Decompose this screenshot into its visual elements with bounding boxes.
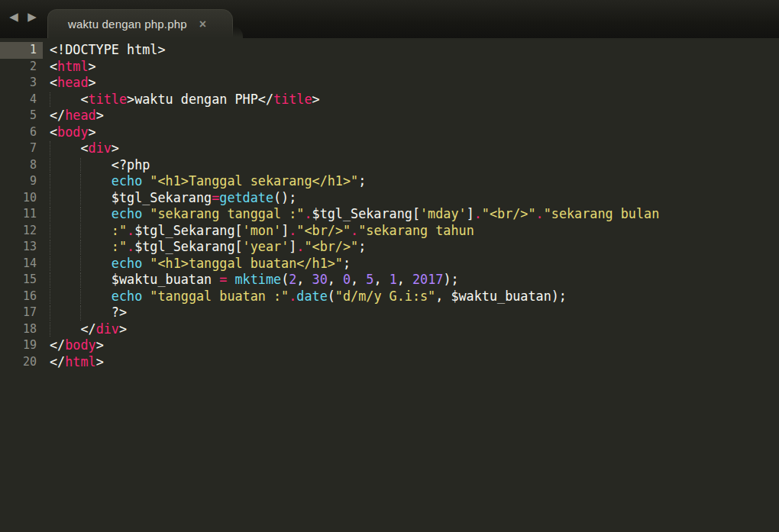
code-line[interactable]: 10 $tgl_Sekarang=getdate(); bbox=[0, 190, 779, 207]
indent-guide-line bbox=[80, 289, 81, 305]
code-line-text: </html> bbox=[43, 354, 104, 371]
code-line[interactable]: 15 $waktu_buatan = mktime(2, 30, 0, 5, 1… bbox=[0, 272, 779, 289]
indent-guide-line bbox=[50, 272, 50, 288]
line-number: 9 bbox=[0, 173, 43, 190]
code-line[interactable]: 14 echo "<h1>tanggal buatan</h1>"; bbox=[0, 256, 779, 272]
code-line[interactable]: 13 :".$tgl_Sekarang['year']."<br/>"; bbox=[0, 239, 779, 256]
line-number: 17 bbox=[0, 305, 43, 321]
code-line[interactable]: 20</html> bbox=[0, 354, 779, 371]
code-line[interactable]: 12 :".$tgl_Sekarang['mon']."<br/>"."seka… bbox=[0, 223, 779, 240]
line-number: 12 bbox=[0, 223, 43, 240]
indent-guide-line bbox=[50, 322, 50, 337]
line-number: 8 bbox=[0, 157, 43, 174]
code-line[interactable]: 11 echo "sekarang tanggal :".$tgl_Sekara… bbox=[0, 206, 779, 223]
tab-nav-arrows: ◀ ▶ bbox=[6, 11, 40, 22]
code-line-text: </head> bbox=[43, 108, 104, 124]
line-number: 13 bbox=[0, 239, 43, 256]
tab-waktu-dengan-php[interactable]: waktu dengan php.php × bbox=[47, 9, 233, 38]
code-line[interactable]: 7 <div> bbox=[0, 140, 779, 157]
code-line-text: ?> bbox=[43, 305, 127, 321]
line-number: 14 bbox=[0, 256, 43, 272]
line-number: 16 bbox=[0, 289, 43, 305]
line-number: 2 bbox=[0, 59, 43, 76]
indent-guide-line bbox=[80, 191, 81, 206]
line-number: 3 bbox=[0, 75, 43, 92]
code-line-text: <?php bbox=[43, 157, 150, 174]
indent-guide-line bbox=[50, 224, 50, 239]
line-number: 19 bbox=[0, 337, 43, 354]
code-line-text: </div> bbox=[43, 321, 127, 338]
indent-guide-line bbox=[50, 289, 50, 305]
indent-guide-line bbox=[80, 240, 81, 255]
code-lines: 1<!DOCTYPE html>2<html>3<head>4 <title>w… bbox=[0, 42, 779, 370]
code-line-text: </body> bbox=[43, 337, 104, 354]
code-line[interactable]: 4 <title>waktu dengan PHP</title> bbox=[0, 92, 779, 108]
code-line[interactable]: 1<!DOCTYPE html> bbox=[0, 42, 779, 59]
nav-forward-icon[interactable]: ▶ bbox=[24, 11, 40, 22]
indent-guide-line bbox=[80, 305, 81, 321]
indent-guide-line bbox=[50, 141, 50, 156]
indent-guide-line bbox=[80, 207, 81, 222]
code-line-text: :".$tgl_Sekarang['mon']."<br/>"."sekaran… bbox=[43, 223, 474, 240]
tab-label: waktu dengan php.php bbox=[68, 18, 187, 31]
line-number: 18 bbox=[0, 321, 43, 338]
code-line-text: <!DOCTYPE html> bbox=[43, 42, 166, 59]
code-line-text: $tgl_Sekarang=getdate(); bbox=[43, 190, 296, 207]
code-line-text: :".$tgl_Sekarang['year']."<br/>"; bbox=[43, 239, 366, 256]
nav-back-icon[interactable]: ◀ bbox=[6, 11, 21, 22]
code-line[interactable]: 9 echo "<h1>Tanggal sekarang</h1>"; bbox=[0, 173, 779, 190]
code-line-text: <head> bbox=[43, 75, 96, 92]
line-number: 20 bbox=[0, 354, 43, 371]
line-number: 15 bbox=[0, 272, 43, 289]
code-line-text: <html> bbox=[43, 59, 96, 76]
indent-guide-line bbox=[80, 224, 81, 239]
indent-guide-line bbox=[50, 174, 50, 189]
code-line[interactable]: 16 echo "tanggal buatan :".date("d/m/y G… bbox=[0, 289, 779, 305]
line-number: 4 bbox=[0, 92, 43, 108]
indent-guide-line bbox=[80, 272, 81, 288]
editor-window: ◀ ▶ waktu dengan php.php × 1<!DOCTYPE ht… bbox=[0, 0, 779, 532]
line-number: 11 bbox=[0, 206, 43, 223]
indent-guide-line bbox=[50, 158, 50, 173]
line-number: 5 bbox=[0, 108, 43, 124]
indent-guide-line bbox=[50, 92, 50, 108]
line-number: 7 bbox=[0, 140, 43, 157]
line-number: 6 bbox=[0, 124, 43, 141]
line-number: 1 bbox=[0, 42, 43, 59]
indent-guide-line bbox=[80, 174, 81, 189]
indent-guide-line bbox=[50, 256, 50, 272]
code-line[interactable]: 3<head> bbox=[0, 75, 779, 92]
code-line-text: echo "tanggal buatan :".date("d/m/y G.i:… bbox=[43, 289, 567, 305]
code-line[interactable]: 17 ?> bbox=[0, 305, 779, 321]
code-line-text: <div> bbox=[43, 140, 119, 157]
indent-guide-line bbox=[80, 158, 81, 173]
code-line[interactable]: 19</body> bbox=[0, 337, 779, 354]
code-line-text: <body> bbox=[43, 124, 96, 141]
line-number: 10 bbox=[0, 190, 43, 207]
tab-bar: ◀ ▶ waktu dengan php.php × bbox=[0, 0, 779, 38]
code-line[interactable]: 5</head> bbox=[0, 108, 779, 124]
code-line-text: $waktu_buatan = mktime(2, 30, 0, 5, 1, 2… bbox=[43, 272, 459, 289]
code-line[interactable]: 8 <?php bbox=[0, 157, 779, 174]
code-editor[interactable]: 1<!DOCTYPE html>2<html>3<head>4 <title>w… bbox=[0, 38, 779, 532]
code-line[interactable]: 6<body> bbox=[0, 124, 779, 141]
code-line-text: <title>waktu dengan PHP</title> bbox=[43, 92, 320, 108]
indent-guide-line bbox=[80, 256, 81, 272]
code-line-text: echo "<h1>Tanggal sekarang</h1>"; bbox=[43, 173, 366, 190]
indent-guide-line bbox=[50, 305, 50, 321]
code-line-text: echo "<h1>tanggal buatan</h1>"; bbox=[43, 256, 351, 272]
code-line-text: echo "sekarang tanggal :".$tgl_Sekarang[… bbox=[43, 206, 659, 223]
tab-close-icon[interactable]: × bbox=[199, 18, 206, 31]
indent-guide-line bbox=[50, 191, 50, 206]
code-line[interactable]: 2<html> bbox=[0, 59, 779, 76]
indent-guide-line bbox=[50, 240, 50, 255]
indent-guide-line bbox=[50, 207, 50, 222]
code-line[interactable]: 18 </div> bbox=[0, 321, 779, 338]
